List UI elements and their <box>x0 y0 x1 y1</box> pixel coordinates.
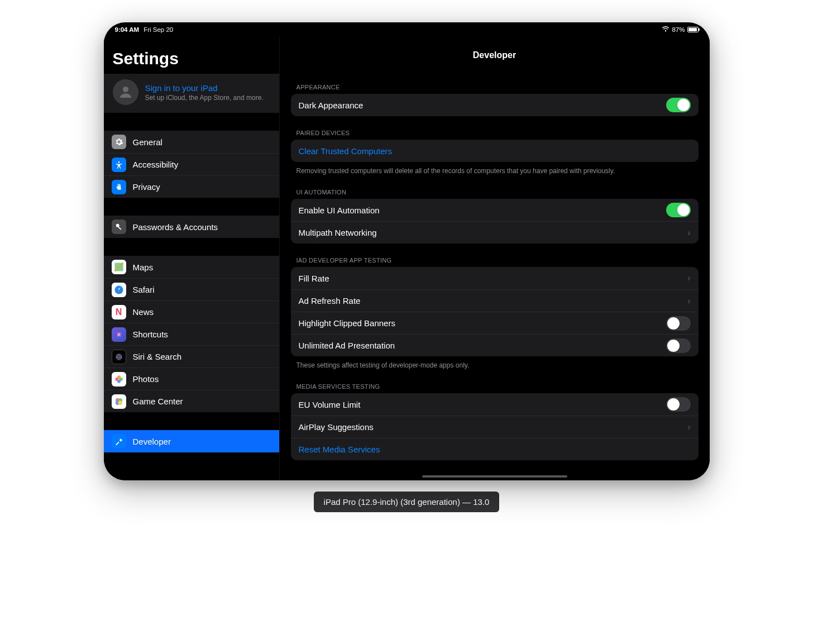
row-label: AirPlay Suggestions <box>299 422 374 432</box>
page-title: Developer <box>280 37 710 70</box>
row-label: Multipath Networking <box>299 228 377 237</box>
row-fill-rate[interactable]: Fill Rate› <box>291 267 699 289</box>
settings-group: Fill Rate›Ad Refresh Rate›Highlight Clip… <box>291 267 699 356</box>
accessibility-icon <box>112 158 126 172</box>
sidebar-item-label: General <box>133 137 162 147</box>
sidebar-item-label: Maps <box>133 263 154 272</box>
row-airplay-suggestions[interactable]: AirPlay Suggestions› <box>291 416 699 438</box>
row-dark-appearance[interactable]: Dark Appearance <box>291 94 699 116</box>
row-clear-trusted-computers[interactable]: Clear Trusted Computers <box>291 140 699 162</box>
svg-point-7 <box>114 352 123 361</box>
section-footer: These settings affect testing of develop… <box>280 356 710 370</box>
switch-eu-volume-limit[interactable] <box>666 397 691 412</box>
row-reset-media-services[interactable]: Reset Media Services <box>291 438 699 460</box>
battery-percent: 87% <box>672 26 685 33</box>
section-header: PAIRED DEVICES <box>280 116 710 140</box>
sidebar-item-label: Shortcuts <box>133 330 168 339</box>
row-label: Fill Rate <box>299 274 329 283</box>
sidebar-item-label: Game Center <box>133 397 183 406</box>
row-label: Clear Trusted Computers <box>299 146 393 156</box>
switch-dark-appearance[interactable] <box>666 98 691 112</box>
key-icon <box>112 220 126 234</box>
settings-sidebar[interactable]: Settings Sign in to your iPad Set up iCl… <box>104 37 280 480</box>
sidebar-item-label: Developer <box>133 437 171 446</box>
photos-icon <box>112 372 126 387</box>
settings-group: Dark Appearance <box>291 94 699 116</box>
sidebar-item-maps[interactable]: Maps <box>104 256 279 278</box>
shortcuts-icon <box>112 327 126 342</box>
chevron-right-icon: › <box>687 296 690 306</box>
row-highlight-clipped-banners[interactable]: Highlight Clipped Banners <box>291 312 699 334</box>
device-frame: 9:04 AM Fri Sep 20 87% Settings Sign in … <box>104 22 710 480</box>
section-header: UI AUTOMATION <box>280 175 710 199</box>
gear-icon <box>112 135 126 149</box>
row-label: Unlimited Ad Presentation <box>299 341 395 350</box>
row-label: Ad Refresh Rate <box>299 296 361 306</box>
row-label: Enable UI Automation <box>299 206 380 215</box>
sidebar-item-developer[interactable]: Developer <box>104 430 279 452</box>
section-header: MEDIA SERVICES TESTING <box>280 370 710 393</box>
settings-group: Enable UI AutomationMultipath Networking… <box>291 199 699 244</box>
svg-rect-6 <box>117 333 120 336</box>
row-eu-volume-limit[interactable]: EU Volume Limit <box>291 393 699 416</box>
svg-rect-3 <box>118 226 121 230</box>
svg-point-0 <box>123 87 128 92</box>
home-indicator[interactable] <box>422 475 567 478</box>
row-multipath-networking[interactable]: Multipath Networking› <box>291 221 699 244</box>
chevron-right-icon: › <box>687 273 690 283</box>
section-header: APPEARANCE <box>280 70 710 94</box>
status-time: 9:04 AM <box>115 26 140 33</box>
news-icon: N <box>112 305 126 319</box>
switch-highlight-clipped-banners[interactable] <box>666 316 691 331</box>
section-header: IAD DEVELOPER APP TESTING <box>280 244 710 267</box>
sidebar-item-passwords-accounts[interactable]: Passwords & Accounts <box>104 216 279 238</box>
sidebar-item-label: Siri & Search <box>133 352 182 361</box>
sidebar-title: Settings <box>104 37 279 74</box>
sidebar-item-news[interactable]: NNews <box>104 300 279 323</box>
chevron-right-icon: › <box>687 422 690 432</box>
switch-unlimited-ad-presentation[interactable] <box>666 338 691 353</box>
avatar <box>113 79 138 105</box>
settings-group: Clear Trusted Computers <box>291 140 699 162</box>
battery-icon <box>687 27 699 32</box>
hammer-icon <box>112 434 126 449</box>
sidebar-item-label: Passwords & Accounts <box>133 222 218 232</box>
row-label: Highlight Clipped Banners <box>299 318 395 328</box>
signin-link[interactable]: Sign in to your iPad <box>145 83 264 93</box>
sidebar-item-general[interactable]: General <box>104 131 279 153</box>
sidebar-item-privacy[interactable]: Privacy <box>104 175 279 198</box>
settings-group: EU Volume LimitAirPlay Suggestions›Reset… <box>291 393 699 460</box>
hand-icon <box>112 180 126 194</box>
switch-enable-ui-automation[interactable] <box>666 203 691 217</box>
sidebar-item-game-center[interactable]: Game Center <box>104 390 279 412</box>
maps-icon <box>112 260 126 274</box>
sidebar-item-safari[interactable]: Safari <box>104 278 279 300</box>
row-ad-refresh-rate[interactable]: Ad Refresh Rate› <box>291 289 699 312</box>
sidebar-item-siri-search[interactable]: Siri & Search <box>104 345 279 368</box>
sidebar-item-shortcuts[interactable]: Shortcuts <box>104 323 279 345</box>
safari-icon <box>112 283 126 297</box>
svg-point-13 <box>115 378 118 381</box>
sidebar-item-label: Accessibility <box>133 160 179 169</box>
sidebar-item-label: Privacy <box>133 182 160 192</box>
sidebar-item-photos[interactable]: Photos <box>104 368 279 390</box>
row-label: EU Volume Limit <box>299 400 361 409</box>
sidebar-item-label: News <box>133 307 154 317</box>
row-label: Dark Appearance <box>299 101 364 110</box>
signin-row[interactable]: Sign in to your iPad Set up iCloud, the … <box>104 74 279 113</box>
sidebar-item-accessibility[interactable]: Accessibility <box>104 153 279 175</box>
status-date: Fri Sep 20 <box>144 26 173 33</box>
svg-point-17 <box>118 400 122 405</box>
sidebar-item-label: Photos <box>133 374 159 384</box>
row-unlimited-ad-presentation[interactable]: Unlimited Ad Presentation <box>291 334 699 356</box>
row-enable-ui-automation[interactable]: Enable UI Automation <box>291 199 699 221</box>
device-caption: iPad Pro (12.9-inch) (3rd generation) — … <box>314 492 500 512</box>
siri-icon <box>112 350 126 364</box>
sidebar-item-label: Safari <box>133 285 155 294</box>
status-bar: 9:04 AM Fri Sep 20 87% <box>104 22 710 37</box>
wifi-icon <box>662 26 669 33</box>
chevron-right-icon: › <box>687 228 690 238</box>
detail-pane: Developer APPEARANCEDark AppearancePAIRE… <box>280 37 710 480</box>
section-footer: Removing trusted computers will delete a… <box>280 162 710 175</box>
svg-point-1 <box>118 161 119 163</box>
